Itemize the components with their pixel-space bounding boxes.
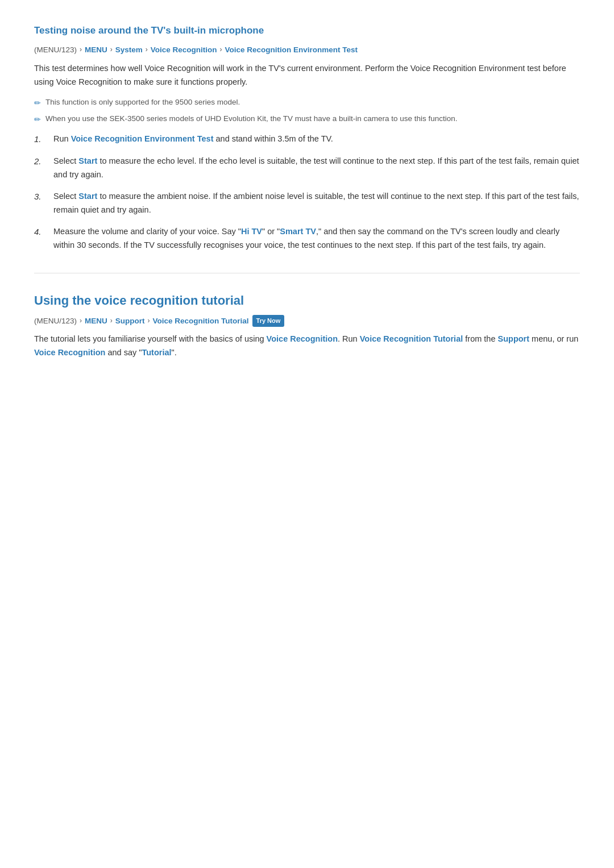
- bc-voice-recognition[interactable]: Voice Recognition: [151, 44, 217, 56]
- bc-menu[interactable]: MENU: [85, 44, 107, 56]
- section2-body: The tutorial lets you familiarise yourse…: [34, 333, 580, 360]
- bc2-arrow-2: ›: [110, 315, 113, 326]
- try-now-button[interactable]: Try Now: [252, 315, 285, 327]
- bc-arrow-3: ›: [146, 44, 148, 55]
- bc-arrow-4: ›: [220, 44, 222, 55]
- bc2-voice-tutorial[interactable]: Voice Recognition Tutorial: [153, 315, 249, 327]
- bc-menu123: (MENU/123): [34, 44, 77, 56]
- step-3-text: Select Start to measure the ambient nois…: [53, 190, 580, 217]
- note-text-1: This function is only supported for the …: [45, 96, 240, 109]
- step-1-text: Run Voice Recognition Environment Test a…: [53, 132, 580, 146]
- link-start-2[interactable]: Start: [78, 192, 97, 201]
- bc-arrow-1: ›: [80, 44, 82, 55]
- link-start-1[interactable]: Start: [78, 156, 97, 165]
- section1-notes: ✏ This function is only supported for th…: [34, 96, 580, 126]
- step-2-text: Select Start to measure the echo level. …: [53, 155, 580, 182]
- section-divider: [34, 273, 580, 273]
- section1-body: This test determines how well Voice Reco…: [34, 62, 580, 89]
- bc-arrow-2: ›: [110, 44, 113, 55]
- link-voice-rec-1[interactable]: Voice Recognition: [267, 334, 338, 343]
- bc-voice-env-test[interactable]: Voice Recognition Environment Test: [225, 44, 358, 56]
- link-tutorial[interactable]: Tutorial: [142, 348, 171, 357]
- section2-title: Using the voice recognition tutorial: [34, 290, 580, 310]
- bc2-menu123: (MENU/123): [34, 315, 77, 327]
- section1-breadcrumb: (MENU/123) › MENU › System › Voice Recog…: [34, 44, 580, 56]
- section-tutorial: Using the voice recognition tutorial (ME…: [34, 290, 580, 360]
- step-4-text: Measure the volume and clarity of your v…: [53, 225, 580, 252]
- step-1: 1. Run Voice Recognition Environment Tes…: [34, 132, 580, 147]
- link-smart-tv[interactable]: Smart TV: [280, 227, 316, 236]
- section1-title: Testing noise around the TV's built-in m…: [34, 23, 580, 38]
- step-3: 3. Select Start to measure the ambient n…: [34, 190, 580, 217]
- bc-system[interactable]: System: [115, 44, 143, 56]
- note-item-1: ✏ This function is only supported for th…: [34, 96, 580, 109]
- link-voice-rec-tutorial[interactable]: Voice Recognition Tutorial: [360, 334, 463, 343]
- step-4-number: 4.: [34, 225, 50, 239]
- bc2-support[interactable]: Support: [115, 315, 145, 327]
- step-3-number: 3.: [34, 190, 50, 204]
- bc2-menu[interactable]: MENU: [85, 315, 107, 327]
- step-2-number: 2.: [34, 155, 50, 169]
- section2-breadcrumb: (MENU/123) › MENU › Support › Voice Reco…: [34, 315, 580, 327]
- pencil-icon-1: ✏: [34, 97, 41, 109]
- link-support[interactable]: Support: [498, 334, 530, 343]
- link-voice-rec-2[interactable]: Voice Recognition: [34, 348, 105, 357]
- bc2-arrow-1: ›: [80, 315, 82, 326]
- section-noise-test: Testing noise around the TV's built-in m…: [34, 23, 580, 252]
- step-2: 2. Select Start to measure the echo leve…: [34, 155, 580, 182]
- link-voice-env-test[interactable]: Voice Recognition Environment Test: [71, 134, 214, 143]
- link-hi-tv[interactable]: Hi TV: [241, 227, 262, 236]
- section1-steps: 1. Run Voice Recognition Environment Tes…: [34, 132, 580, 252]
- pencil-icon-2: ✏: [34, 113, 41, 126]
- bc2-arrow-3: ›: [148, 315, 150, 326]
- note-item-2: ✏ When you use the SEK-3500 series model…: [34, 113, 580, 126]
- step-4: 4. Measure the volume and clarity of you…: [34, 225, 580, 252]
- note-text-2: When you use the SEK-3500 series models …: [45, 113, 458, 125]
- step-1-number: 1.: [34, 132, 50, 147]
